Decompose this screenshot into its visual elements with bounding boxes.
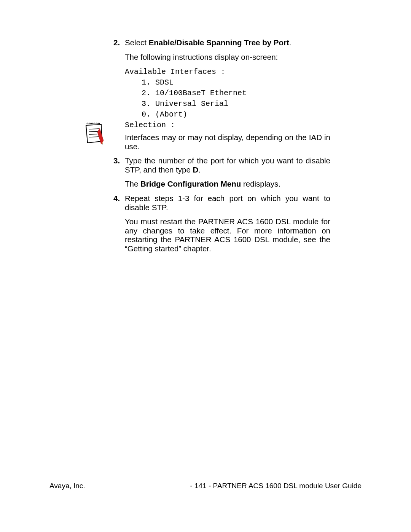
step-2-title: Select Enable/Disable Spanning Tree by P… [125,38,330,47]
step-3-l2-a: The [125,179,140,188]
terminal-line: 0. (Abort) [125,109,330,120]
step-4: 4. Repeat steps 1-3 for each port on whi… [125,194,330,253]
step-2-prefix: Select [125,38,149,47]
terminal-prompt: Selection : [125,120,330,131]
step-2: 2. Select Enable/Disable Spanning Tree b… [125,38,330,151]
svg-line-3 [89,137,99,137]
step-3-text-a: Type the number of the port for which yo… [125,156,330,174]
note-text: Interfaces may or may not display, depen… [125,133,330,151]
step-4-line2: You must restart the PARTNER ACS 1600 DS… [125,217,330,253]
step-3-text-b: D [193,165,199,174]
svg-line-1 [89,131,99,132]
svg-line-0 [89,129,99,129]
step-3-text-c: . [198,165,201,174]
terminal-line: 1. SDSL [125,77,330,88]
terminal-line: 2. 10/100BaseT Ethernet [125,88,330,99]
svg-line-2 [89,134,97,134]
step-2-follow: The following instructions display on-sc… [125,53,330,62]
step-2-suffix: . [289,38,292,47]
step-3: 3. Type the number of the port for which… [125,156,330,189]
step-3-l2-c: redisplays. [241,179,280,188]
terminal-line: 3. Universal Serial [125,99,330,109]
footer-company: Avaya, Inc. [49,482,85,490]
note-icon [84,121,104,145]
page-footer: Avaya, Inc. - 141 - PARTNER ACS 1600 DSL… [49,482,362,490]
terminal-header: Available Interfaces : [125,67,330,77]
step-2-bold: Enable/Disable Spanning Tree by Port [149,38,289,47]
terminal-block: Available Interfaces : 1. SDSL 2. 10/100… [125,67,330,131]
body-content: 2. Select Enable/Disable Spanning Tree b… [125,38,330,258]
step-3-number: 3. [113,156,120,165]
step-3-line2: The Bridge Configuration Menu redisplays… [125,179,330,189]
step-3-l2-b: Bridge Configuration Menu [140,179,241,188]
page: 2. Select Enable/Disable Spanning Tree b… [0,0,411,532]
step-4-line1: Repeat steps 1-3 for each port on which … [125,194,330,212]
step-4-number: 4. [113,194,120,203]
step-2-number: 2. [113,38,120,47]
footer-title: - 141 - PARTNER ACS 1600 DSL module User… [190,482,362,490]
step-3-line1: Type the number of the port for which yo… [125,156,330,174]
